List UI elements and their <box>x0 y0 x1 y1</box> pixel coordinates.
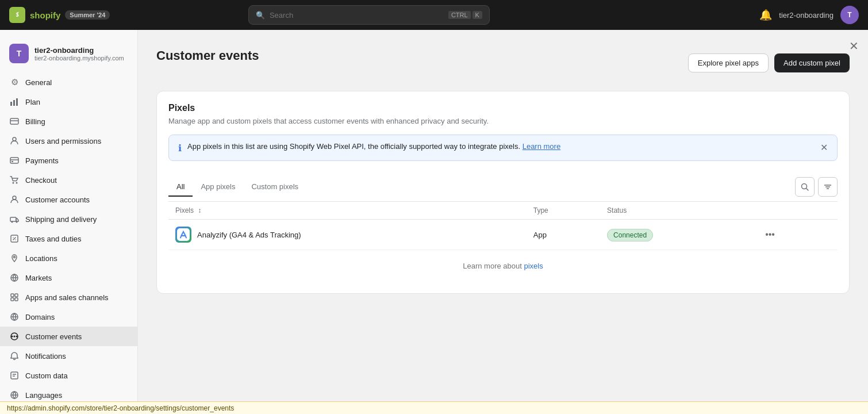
pixels-section-title: Pixels <box>168 103 838 113</box>
store-header: T tier2-onboarding tier2-onboarding.mysh… <box>0 39 137 72</box>
sidebar-item-label: General <box>25 78 52 87</box>
sidebar-item-label: Billing <box>25 117 45 126</box>
svg-point-24 <box>11 336 13 338</box>
search-icon: 🔍 <box>256 11 265 20</box>
domains-icon <box>9 312 20 322</box>
sidebar-item-custom-data[interactable]: Custom data <box>0 366 137 385</box>
sidebar-item-customer-events[interactable]: Customer events <box>0 327 137 346</box>
svg-rect-2 <box>16 98 18 106</box>
sidebar-item-label: Payments <box>25 156 59 165</box>
sidebar-item-plan[interactable]: Plan <box>0 92 137 112</box>
tab-all[interactable]: All <box>168 178 193 197</box>
sidebar-item-markets[interactable]: Markets <box>0 268 137 288</box>
sidebar-item-label: Taxes and duties <box>25 235 82 243</box>
locations-icon <box>9 253 20 263</box>
pixels-section-desc: Manage app and custom pixels that access… <box>168 117 838 125</box>
sidebar-item-label: Markets <box>25 274 52 282</box>
custom-data-icon <box>9 370 20 381</box>
col-pixels: Pixels ↕ <box>168 202 527 220</box>
store-name: tier2-onboarding <box>34 46 128 55</box>
billing-icon <box>9 116 20 126</box>
svg-rect-0 <box>10 102 12 106</box>
svg-rect-21 <box>15 298 18 301</box>
svg-rect-20 <box>11 298 14 301</box>
pixel-name: Analyzify (GA4 & Ads Tracking) <box>197 231 301 239</box>
svg-point-14 <box>16 221 18 223</box>
sidebar-item-shipping[interactable]: Shipping and delivery <box>0 209 137 229</box>
svg-rect-6 <box>10 158 18 163</box>
svg-line-36 <box>806 189 809 191</box>
table-actions <box>795 172 838 201</box>
learn-more-banner-link[interactable]: Learn more <box>523 142 560 151</box>
page-header: Customer events Explore pixel apps Add c… <box>156 48 850 77</box>
sidebar-item-domains[interactable]: Domains <box>0 307 137 327</box>
sidebar-item-label: Users and permissions <box>25 137 101 145</box>
tabs-search-row: All App pixels Custom pixels <box>168 172 838 202</box>
general-icon: ⚙ <box>9 77 20 87</box>
banner-close-button[interactable]: ✕ <box>820 142 828 153</box>
sidebar-item-label: Locations <box>25 254 57 263</box>
pixel-logo <box>175 227 191 243</box>
search-box[interactable]: 🔍 CTRL K <box>248 5 490 25</box>
pixel-actions: ••• <box>754 220 838 250</box>
sidebar-item-label: Customer accounts <box>25 195 90 204</box>
user-avatar-button[interactable]: T <box>840 6 859 24</box>
sidebar-item-label: Domains <box>25 313 55 321</box>
shopify-icon <box>9 7 25 23</box>
pixel-type: App <box>527 220 600 250</box>
pixel-name-cell: Analyzify (GA4 & Ads Tracking) <box>168 220 527 250</box>
sidebar-item-taxes[interactable]: Taxes and duties <box>0 229 137 248</box>
learn-more-row: Learn more about pixels <box>168 250 838 282</box>
status-badge: Connected <box>607 229 653 241</box>
svg-point-9 <box>13 182 14 184</box>
add-custom-pixel-button[interactable]: Add custom pixel <box>774 53 850 72</box>
logo-text: shopify <box>30 10 60 20</box>
col-status: Status <box>600 202 754 220</box>
pixel-more-button[interactable]: ••• <box>761 227 779 242</box>
pixels-link[interactable]: pixels <box>524 262 543 270</box>
svg-rect-3 <box>10 118 18 124</box>
tab-app-pixels[interactable]: App pixels <box>193 178 243 197</box>
sidebar-item-label: Custom data <box>25 371 68 380</box>
close-button[interactable]: ✕ <box>849 39 859 53</box>
banner-text: App pixels in this list are using Shopif… <box>187 142 815 151</box>
svg-point-26 <box>16 336 18 338</box>
tab-custom-pixels[interactable]: Custom pixels <box>243 178 306 197</box>
plan-icon <box>9 97 20 107</box>
markets-icon <box>9 273 20 283</box>
sidebar-item-general[interactable]: ⚙ General <box>0 72 137 92</box>
sidebar-item-locations[interactable]: Locations <box>0 248 137 268</box>
status-url: https://admin.shopify.com/store/tier2-on… <box>7 404 234 412</box>
sidebar-nav: ⚙ General Plan Billing Users and permis <box>0 72 137 414</box>
sort-icon <box>823 182 832 191</box>
layout: T tier2-onboarding tier2-onboarding.mysh… <box>0 0 868 414</box>
apps-icon <box>9 292 20 302</box>
sidebar-item-billing[interactable]: Billing <box>0 112 137 131</box>
shipping-icon <box>9 214 20 224</box>
logo: shopify Summer '24 <box>9 7 110 23</box>
sidebar-item-notifications[interactable]: Notifications <box>0 346 137 366</box>
main-content: ✕ Customer events Explore pixel apps Add… <box>138 30 868 414</box>
sidebar-item-apps[interactable]: Apps and sales channels <box>0 288 137 307</box>
sidebar: T tier2-onboarding tier2-onboarding.mysh… <box>0 30 138 414</box>
pixel-status: Connected <box>600 220 754 250</box>
topnav-right: 🔔 tier2-onboarding T <box>759 6 859 24</box>
notifications-bell-button[interactable]: 🔔 <box>759 9 772 21</box>
search-input[interactable] <box>270 11 444 20</box>
table-row: Analyzify (GA4 & Ads Tracking) App Conne… <box>168 220 838 250</box>
pixels-card: Pixels Manage app and custom pixels that… <box>156 91 850 294</box>
statusbar: https://admin.shopify.com/store/tier2-on… <box>0 401 868 414</box>
sidebar-item-payments[interactable]: Payments <box>0 151 137 170</box>
sort-table-button[interactable] <box>818 177 838 197</box>
languages-icon <box>9 390 20 400</box>
sidebar-item-checkout[interactable]: Checkout <box>0 170 137 190</box>
info-banner: ℹ App pixels in this list are using Shop… <box>168 135 838 161</box>
sidebar-item-label: Notifications <box>25 352 66 361</box>
taxes-icon <box>9 233 20 244</box>
customer-accounts-icon <box>9 194 20 205</box>
search-table-button[interactable] <box>795 177 815 197</box>
sidebar-item-users[interactable]: Users and permissions <box>0 131 137 151</box>
col-actions <box>754 202 838 220</box>
sidebar-item-customer-accounts[interactable]: Customer accounts <box>0 190 137 209</box>
explore-pixel-apps-button[interactable]: Explore pixel apps <box>688 53 769 72</box>
